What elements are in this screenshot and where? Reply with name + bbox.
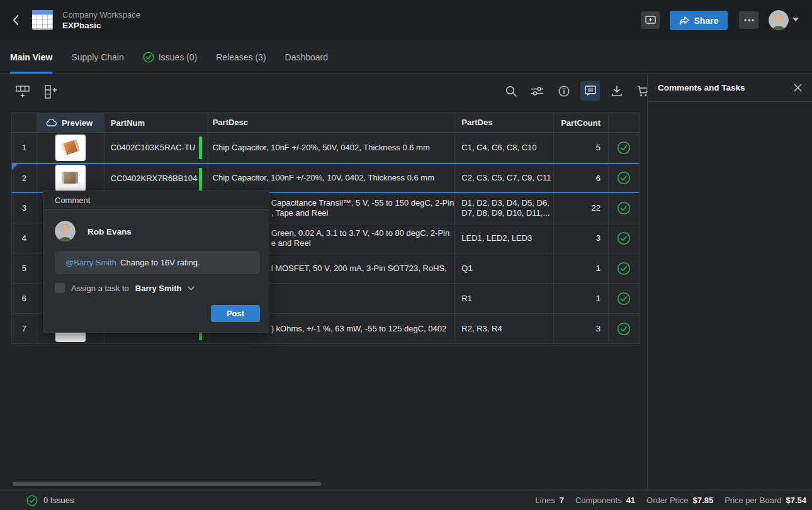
header-partnum[interactable]: PartNum [104, 113, 208, 132]
close-panel-icon[interactable] [794, 84, 802, 92]
back-button[interactable] [8, 11, 24, 29]
add-column-button[interactable] [41, 82, 60, 101]
partdes-cell: Q1 [455, 253, 554, 283]
avatar-photo [55, 221, 76, 241]
part-preview-image[interactable] [55, 135, 86, 161]
horizontal-scrollbar-thumb[interactable] [13, 482, 321, 486]
bom-stats: Lines 7 Components 41 Order Price $7.85 … [536, 496, 812, 505]
assign-task-row: Assign a task to Barry Smith [55, 283, 195, 293]
stat-components: Components 41 [575, 496, 635, 505]
header-partdes[interactable]: PartDes [455, 113, 554, 132]
add-row-icon [16, 86, 30, 98]
comment-popup: Comment Rob Evans @Barry Smith Change to… [43, 191, 269, 333]
table-header-row: Preview PartNum PartDesc PartDes PartCou… [11, 113, 640, 133]
part-preview-image[interactable] [55, 165, 86, 191]
header-partcount[interactable]: PartCount [554, 113, 609, 132]
partcount-cell: 3 [554, 314, 609, 343]
row-check-icon [617, 231, 631, 245]
sliders-icon [531, 86, 543, 96]
preview-cell [37, 133, 104, 162]
app-logo-icon [32, 10, 53, 30]
tab-releases[interactable]: Releases (3) [216, 40, 266, 74]
header-partdesc[interactable]: PartDesc [208, 113, 456, 132]
download-icon [611, 86, 623, 97]
status-cell [609, 223, 639, 253]
partcount-cell: 1 [554, 284, 609, 313]
row-check-icon [617, 141, 631, 155]
row-check-icon [617, 201, 631, 215]
comment-bubble-icon [585, 86, 596, 96]
tab-issues[interactable]: Issues (0) [143, 40, 197, 74]
issues-check-icon [26, 495, 38, 506]
tab-bar: Main View Supply Chain Issues (0) Releas… [0, 40, 812, 74]
status-cell [609, 193, 639, 223]
row-number: 4 [12, 223, 37, 253]
partdesc-cell: Chip Capacitor, 100nF +/-20%, 10V, 0402,… [208, 164, 456, 192]
info-icon [558, 86, 570, 97]
comment-author-name: Rob Evans [87, 227, 132, 236]
status-bar: 0 Issues Lines 7 Components 41 Order Pri… [0, 490, 812, 510]
lifecycle-status-bar [199, 168, 202, 191]
header-preview[interactable]: Preview [37, 113, 104, 132]
comments-panel-title: Comments and Tasks [658, 83, 745, 92]
add-comment-button[interactable] [641, 11, 660, 29]
status-cell [609, 164, 639, 192]
partdes-cell: LED1, LED2, LED3 [455, 223, 554, 253]
header-status [609, 113, 639, 132]
table-row[interactable]: 1 C0402C103K5RAC-TU Chip Capacitor, 10nF… [11, 133, 640, 163]
more-options-button[interactable] [739, 11, 758, 29]
comment-popup-title: Comment [43, 191, 269, 210]
user-avatar[interactable] [769, 10, 789, 30]
mention-link[interactable]: @Barry Smith [65, 258, 116, 267]
share-button[interactable]: Share [670, 11, 728, 30]
preview-cell [37, 164, 104, 192]
comment-author-avatar [55, 221, 76, 241]
add-row-button[interactable] [13, 82, 32, 101]
assignee-chevron-down-icon[interactable] [188, 286, 195, 291]
tab-supply-chain[interactable]: Supply Chain [71, 40, 123, 74]
row-number: 3 [12, 193, 37, 223]
issues-summary[interactable]: 0 Issues [0, 495, 74, 506]
partcount-cell: 1 [554, 253, 609, 283]
tab-dashboard[interactable]: Dashboard [285, 40, 329, 74]
comments-panel-header: Comments and Tasks [648, 74, 812, 102]
search-button[interactable] [501, 81, 521, 101]
assign-task-checkbox[interactable] [55, 283, 65, 293]
add-column-icon [45, 85, 57, 99]
issues-check-icon [143, 52, 154, 63]
row-number: 5 [12, 253, 37, 283]
info-button[interactable] [554, 81, 573, 101]
comments-button[interactable] [580, 81, 600, 101]
partdes-cell: C2, C3, C5, C7, C9, C11 [455, 164, 554, 192]
assignee-name[interactable]: Barry Smith [135, 284, 182, 293]
row-number: 1 [12, 133, 37, 162]
post-button[interactable]: Post [211, 305, 260, 322]
cloud-icon [46, 119, 57, 126]
partdes-cell: C1, C4, C6, C8, C10 [455, 133, 554, 162]
partcount-cell: 3 [554, 223, 609, 253]
status-cell [609, 314, 639, 343]
comments-panel: Comments and Tasks [647, 74, 812, 490]
share-button-label: Share [694, 16, 719, 26]
comment-input[interactable]: @Barry Smith Change to 16V rating. [55, 251, 260, 274]
stat-price-per-board: Price per Board $7.54 [725, 496, 806, 505]
document-title: EXPbasic [62, 21, 101, 30]
comment-plus-icon [645, 16, 656, 25]
row-number: 2 [12, 164, 37, 192]
partdes-cell: R2, R3, R4 [455, 314, 554, 343]
tab-main-view[interactable]: Main View [10, 40, 52, 74]
ellipsis-icon [744, 19, 754, 21]
filter-settings-button[interactable] [527, 81, 547, 101]
stat-order-price: Order Price $7.85 [646, 496, 713, 505]
download-button[interactable] [607, 81, 626, 101]
row-check-icon [617, 171, 631, 185]
table-row-selected[interactable]: 2 CC0402KRX7R6BB104 Chip Capacitor, 100n… [11, 163, 640, 193]
partdes-cell: R1 [455, 284, 554, 313]
partdes-cell: D1, D2, D3, D4, D5, D6,D7, D8, D9, D10, … [455, 193, 554, 223]
partcount-cell: 6 [554, 164, 609, 192]
partdesc-cell: Chip Capacitor, 10nF +/-20%, 50V, 0402, … [208, 133, 456, 162]
status-cell [609, 284, 639, 313]
header-row-number [12, 113, 37, 132]
avatar-menu-caret[interactable] [792, 18, 799, 21]
partcount-cell: 22 [554, 193, 609, 223]
